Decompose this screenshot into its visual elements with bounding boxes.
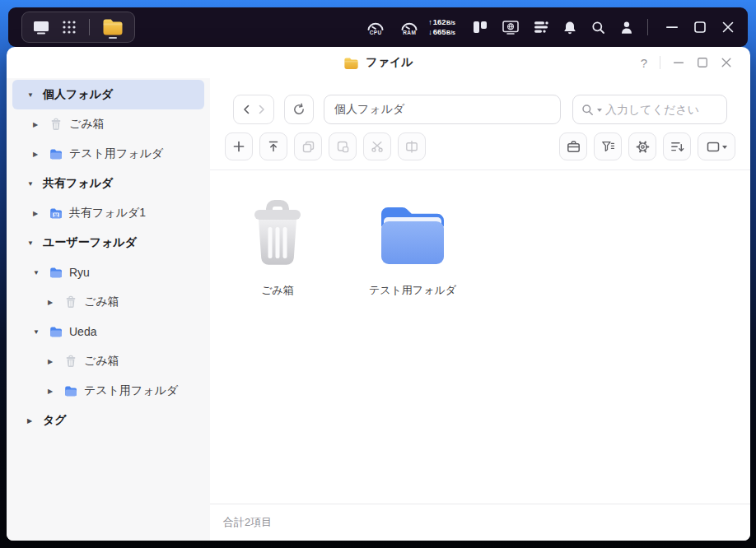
- action-toolbar: [210, 124, 750, 160]
- file-item-trash[interactable]: ごみ箱: [223, 193, 332, 301]
- history-nav-group: [233, 95, 274, 124]
- sort-button[interactable]: [663, 132, 691, 160]
- view-mode-caret-icon: [722, 146, 727, 149]
- chevron-right-icon[interactable]: ▶: [33, 151, 43, 158]
- filter-button[interactable]: [594, 132, 622, 160]
- taskbar-app-pill: [21, 12, 135, 43]
- net-unit: B/s: [446, 18, 455, 27]
- download-arrow-icon: ↓: [428, 28, 432, 37]
- close-icon[interactable]: [721, 21, 735, 34]
- chevron-right-icon[interactable]: ▶: [33, 210, 43, 217]
- sidebar-item-personal-folder[interactable]: ▼ 個人フォルダ: [12, 80, 204, 109]
- chevron-down-icon[interactable]: ▼: [33, 328, 43, 336]
- maximize-icon[interactable]: [693, 21, 707, 34]
- file-item-test-folder[interactable]: テスト用フォルダ: [358, 193, 467, 301]
- file-manager-window: ファイル ? ▼ 個人フォルダ ▶: [7, 47, 750, 541]
- cpu-label: CPU: [370, 30, 382, 35]
- titlebar-separator: [660, 56, 660, 69]
- chevron-right-icon[interactable]: ▶: [48, 299, 58, 306]
- path-field: [324, 95, 561, 124]
- chevron-right-icon[interactable]: ▶: [33, 121, 43, 128]
- main-pane: ごみ箱 テスト用フォルダ 合計2項目: [210, 78, 750, 541]
- item-count: 合計2項目: [223, 515, 272, 530]
- sidebar-item-label: ごみ箱: [84, 354, 119, 369]
- ram-gauge-icon[interactable]: RAM: [399, 20, 419, 35]
- system-tasks-icon[interactable]: [534, 21, 548, 34]
- task-manager-button[interactable]: [559, 132, 587, 160]
- sidebar-item-label: Ueda: [69, 325, 96, 338]
- extract-button[interactable]: [398, 132, 426, 160]
- sidebar-item-user-folder[interactable]: ▼ ユーザーフォルダ: [12, 228, 204, 258]
- chevron-right-icon[interactable]: ▶: [27, 417, 37, 425]
- window-folder-icon: [343, 56, 359, 70]
- navigation-toolbar: [210, 78, 750, 124]
- window-close-button[interactable]: [721, 57, 732, 68]
- forward-button[interactable]: [257, 104, 266, 114]
- search-field: [572, 95, 727, 124]
- upload-button[interactable]: [259, 132, 287, 160]
- help-button[interactable]: ?: [641, 57, 647, 69]
- taskbar-separator: [89, 19, 90, 35]
- paste-button[interactable]: [329, 132, 357, 160]
- user-icon[interactable]: [620, 21, 633, 35]
- settings-button[interactable]: [628, 132, 656, 160]
- chevron-down-icon[interactable]: ▼: [27, 180, 37, 188]
- window-minimize-button[interactable]: [673, 57, 684, 68]
- network-speed[interactable]: ↑162B/s ↓665B/s: [428, 17, 455, 37]
- window-title: ファイル: [366, 55, 413, 70]
- trash-icon: [64, 355, 77, 368]
- net-unit: B/s: [446, 28, 455, 37]
- sidebar-item-label: テスト用フォルダ: [84, 383, 178, 398]
- sidebar-item-ryu[interactable]: ▼ Ryu: [12, 258, 204, 287]
- view-mode-button[interactable]: [698, 132, 735, 160]
- sidebar-item-tags[interactable]: ▶ タグ: [12, 406, 204, 435]
- bell-icon[interactable]: [563, 21, 576, 35]
- sidebar-item-shared-folder[interactable]: ▼ 共有フォルダ: [12, 169, 204, 198]
- back-button[interactable]: [242, 104, 251, 114]
- window-titlebar: ファイル ?: [7, 47, 750, 78]
- sidebar-item-label: 個人フォルダ: [43, 87, 113, 102]
- active-app-indicator: [109, 37, 117, 39]
- search-input[interactable]: [605, 103, 718, 116]
- cpu-gauge-icon[interactable]: CPU: [366, 20, 385, 35]
- net-up-value: 162: [433, 17, 446, 26]
- sidebar-item-ueda-test-folder[interactable]: ▶ テスト用フォルダ: [12, 376, 204, 406]
- app-grid-icon[interactable]: [62, 20, 77, 35]
- search-scope-caret-icon[interactable]: [597, 109, 602, 112]
- taskbar: CPU RAM ↑162B/s ↓665B/s: [8, 7, 748, 47]
- chevron-down-icon[interactable]: ▼: [33, 269, 43, 276]
- chevron-down-icon[interactable]: ▼: [27, 91, 37, 99]
- search-icon: [581, 104, 594, 116]
- refresh-button[interactable]: [284, 95, 314, 124]
- sidebar-item-ueda[interactable]: ▼ Ueda: [12, 317, 204, 346]
- chevron-right-icon[interactable]: ▶: [48, 358, 58, 365]
- sidebar-tree: ▼ 個人フォルダ ▶ ごみ箱 ▶ テスト用フォルダ ▼ 共有フォルダ: [7, 78, 210, 541]
- trash-icon: [49, 118, 63, 131]
- minimize-icon[interactable]: [665, 21, 679, 34]
- trash-icon: [64, 295, 77, 309]
- search-icon[interactable]: [591, 21, 605, 35]
- cut-button[interactable]: [363, 132, 391, 160]
- sidebar-item-label: ごみ箱: [69, 117, 105, 132]
- copy-button[interactable]: [294, 132, 322, 160]
- sidebar-item-label: 共有フォルダ1: [69, 206, 146, 221]
- sidebar-item-trash[interactable]: ▶ ごみ箱: [12, 109, 204, 139]
- desktop-icon[interactable]: [33, 21, 49, 35]
- sidebar-item-label: 共有フォルダ: [43, 176, 113, 191]
- widgets-icon[interactable]: [473, 21, 488, 34]
- sidebar-item-test-folder[interactable]: ▶ テスト用フォルダ: [12, 139, 204, 169]
- create-button[interactable]: [225, 132, 253, 160]
- remote-desktop-icon[interactable]: [502, 21, 519, 35]
- files-app-folder-icon[interactable]: [102, 16, 124, 39]
- folder-icon: [64, 384, 77, 397]
- upload-arrow-icon: ↑: [428, 18, 432, 27]
- sidebar-item-shared-folder-1[interactable]: ▶ 共有フォルダ1: [12, 198, 204, 228]
- chevron-down-icon[interactable]: ▼: [27, 239, 37, 247]
- sidebar-item-label: ユーザーフォルダ: [43, 235, 137, 250]
- path-input[interactable]: [334, 103, 550, 116]
- chevron-right-icon[interactable]: ▶: [48, 388, 58, 395]
- status-bar: 合計2項目: [210, 504, 750, 541]
- sidebar-item-ryu-trash[interactable]: ▶ ごみ箱: [12, 287, 204, 317]
- window-maximize-button[interactable]: [697, 57, 708, 68]
- sidebar-item-ueda-trash[interactable]: ▶ ごみ箱: [12, 346, 204, 376]
